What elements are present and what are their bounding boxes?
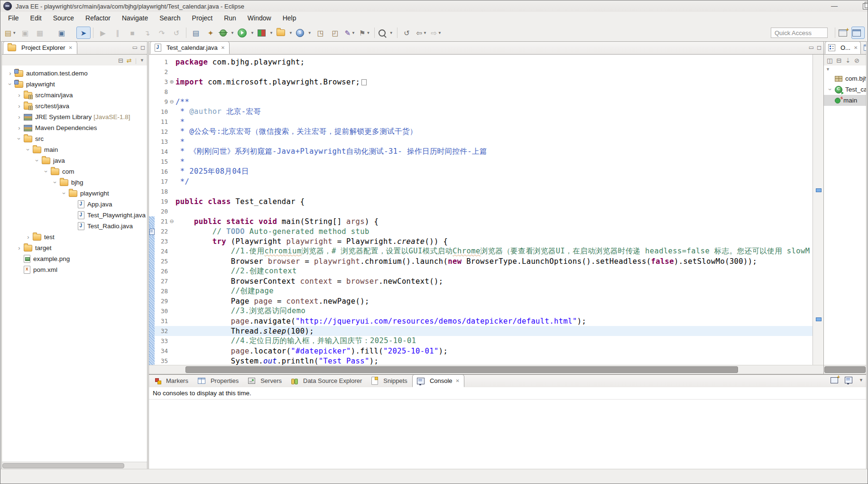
tab-snippets[interactable]: Snippets xyxy=(367,374,412,387)
chevron-expanded-icon[interactable]: › xyxy=(16,134,23,143)
chevron-expanded-icon[interactable]: › xyxy=(25,145,32,154)
menu-run[interactable]: Run xyxy=(218,13,242,23)
chevron-expanded-icon[interactable]: › xyxy=(827,85,834,94)
outline-item-com-bjhg-playwright[interactable]: com.bjhg.playwright xyxy=(824,73,866,84)
step-over-button[interactable]: ↷ xyxy=(155,27,169,39)
debug-button[interactable]: ▼ xyxy=(218,27,236,39)
tree-item-java[interactable]: ›java xyxy=(2,155,147,166)
menu-source[interactable]: Source xyxy=(47,13,80,23)
chevron-expanded-icon[interactable]: › xyxy=(52,178,59,187)
menu-help[interactable]: Help xyxy=(277,13,302,23)
chevron-expanded-icon[interactable]: › xyxy=(7,80,14,89)
overview-ruler[interactable] xyxy=(813,55,823,365)
back-button[interactable]: ⇦▼ xyxy=(415,27,429,39)
selection-tool-button[interactable]: ➤ xyxy=(76,27,91,39)
filter-button[interactable]: ✦ xyxy=(203,27,218,39)
chevron-collapsed-icon[interactable]: › xyxy=(15,113,24,121)
outline-view-menu[interactable]: ▼ xyxy=(824,65,866,73)
overview-marker[interactable] xyxy=(816,317,822,321)
open-perspective-button[interactable] xyxy=(838,27,851,39)
suspend-button[interactable]: ∥ xyxy=(111,27,125,39)
open-type-button[interactable]: ◰ xyxy=(328,27,342,39)
code-line-8[interactable]: 8 xyxy=(149,87,813,97)
overview-marker[interactable] xyxy=(816,188,822,192)
sort-icon[interactable]: ⇣ xyxy=(845,57,850,64)
chevron-collapsed-icon[interactable]: › xyxy=(15,244,24,251)
code-line-11[interactable]: 11 * xyxy=(149,117,813,127)
code-line-25[interactable]: 25 Browser browser = playwright.chromium… xyxy=(149,256,813,266)
tree-item-com[interactable]: ›com xyxy=(2,166,147,177)
new-servlet-button[interactable]: ▼ xyxy=(295,27,313,39)
code-line-22[interactable]: 22 // TODO Auto-generated method stub xyxy=(149,226,813,236)
tab-task-list[interactable] xyxy=(861,41,867,54)
outline-hscrollbar[interactable] xyxy=(824,365,866,374)
tree-item-maven-dependencies[interactable]: ›Maven Dependencies xyxy=(2,122,147,133)
tree-item-test-playwright-java[interactable]: Test_Playwright.java xyxy=(2,210,147,221)
code-line-14[interactable]: 14 * 《刚刚问世》系列初窥篇-Java+Playwright自动化测试-31… xyxy=(149,147,813,157)
code-line-31[interactable]: 31 page.navigate("http://jqueryui.com/re… xyxy=(149,316,813,326)
code-line-30[interactable]: 30 //3.浏览器访问demo xyxy=(149,306,813,316)
quick-access-input[interactable]: Quick Access xyxy=(771,28,828,38)
code-area[interactable]: 1package com.bjhg.playwright;23⊕import c… xyxy=(149,55,823,365)
javaee-perspective-button[interactable] xyxy=(851,27,865,39)
tree-item-bjhg[interactable]: ›bjhg xyxy=(2,177,147,188)
fold-collapse-icon[interactable]: ⊖ xyxy=(168,218,175,224)
chevron-expanded-icon[interactable]: › xyxy=(61,189,68,198)
tab-markers[interactable]: Markers xyxy=(150,374,193,387)
collapsed-code-icon[interactable] xyxy=(361,79,367,85)
fold-expand-icon[interactable]: ⊕ xyxy=(168,79,175,85)
tree-item-target[interactable]: ›target xyxy=(2,242,147,253)
explorer-hscrollbar[interactable] xyxy=(2,462,147,469)
view-menu-icon[interactable]: ▼ xyxy=(140,58,144,63)
minimize-window-button[interactable]: — xyxy=(827,2,841,9)
forward-button[interactable]: ⇨▼ xyxy=(429,27,443,39)
focus-icon[interactable]: ◫ xyxy=(827,57,832,64)
annotation-button[interactable]: ✎▼ xyxy=(343,27,357,39)
maximize-editor-icon[interactable]: ◻ xyxy=(817,44,822,51)
tab-project-explorer[interactable]: Project Explorer ✕ xyxy=(3,41,77,54)
code-line-12[interactable]: 12 * @公众号:北京宏哥（微信搜索，关注宏哥，提前解锁更多测试干货） xyxy=(149,127,813,137)
minimize-editor-icon[interactable]: ▭ xyxy=(809,44,814,51)
maximize-view-icon[interactable]: ◻ xyxy=(140,44,145,51)
hide-fields-icon[interactable]: ⊘ xyxy=(854,57,859,64)
chevron-collapsed-icon[interactable]: › xyxy=(15,92,24,99)
tab-properties[interactable]: Properties xyxy=(193,374,243,387)
run-button[interactable]: ▼ xyxy=(236,27,256,39)
code-line-19[interactable]: 19public class Test_calendar { xyxy=(149,196,813,206)
code-line-13[interactable]: 13 * xyxy=(149,137,813,147)
tab-servers[interactable]: Servers xyxy=(243,374,286,387)
chevron-collapsed-icon[interactable]: › xyxy=(6,70,15,77)
resume-button[interactable]: ▶ xyxy=(96,27,110,39)
new-package-button[interactable]: ◳ xyxy=(314,27,328,39)
search-button[interactable]: ▼ xyxy=(377,27,395,39)
mark-occurrences-button[interactable]: ▤ xyxy=(189,27,203,39)
code-line-33[interactable]: 33 //4.定位日历的输入框，并输入国庆节：2025-10-01 xyxy=(149,336,813,346)
chevron-collapsed-icon[interactable]: › xyxy=(24,233,33,241)
new-wizard-button[interactable]: ▤▼ xyxy=(3,27,18,39)
tree-item-app-java[interactable]: App.java xyxy=(2,199,147,210)
close-icon[interactable]: ✕ xyxy=(221,45,225,50)
editor-hscrollbar[interactable] xyxy=(149,365,823,374)
code-line-17[interactable]: 17 */ xyxy=(149,177,813,186)
chevron-expanded-icon[interactable]: › xyxy=(43,167,50,176)
code-line-9[interactable]: 9⊖/** xyxy=(149,97,813,107)
tab-test-calendar-java[interactable]: Test_calendar.java ✕ xyxy=(150,41,230,54)
code-line-28[interactable]: 28 //创建page xyxy=(149,286,813,296)
code-line-18[interactable]: 18 xyxy=(149,186,813,196)
outline-item-main[interactable]: smain xyxy=(824,95,866,106)
menu-edit[interactable]: Edit xyxy=(25,13,47,23)
menu-window[interactable]: Window xyxy=(242,13,277,23)
tree-item-test-radio-java[interactable]: Test_Radio.java xyxy=(2,221,147,232)
last-edit-button[interactable]: ↺ xyxy=(400,27,414,39)
tree-item-test[interactable]: ›test xyxy=(2,232,147,242)
collapse-all-icon[interactable]: ⊟ xyxy=(836,57,841,64)
open-console-button[interactable]: ▣ xyxy=(55,27,69,39)
tree-item-example-png[interactable]: example.png xyxy=(2,253,147,264)
tab-console[interactable]: Console✕ xyxy=(412,374,464,387)
save-all-button[interactable]: ▦ xyxy=(33,27,47,39)
fold-collapse-icon[interactable]: ⊖ xyxy=(168,99,175,105)
close-icon[interactable]: ✕ xyxy=(68,45,72,50)
tree-item-src[interactable]: ›src xyxy=(2,133,147,144)
menu-project[interactable]: Project xyxy=(186,13,219,23)
chevron-collapsed-icon[interactable]: › xyxy=(15,124,24,131)
